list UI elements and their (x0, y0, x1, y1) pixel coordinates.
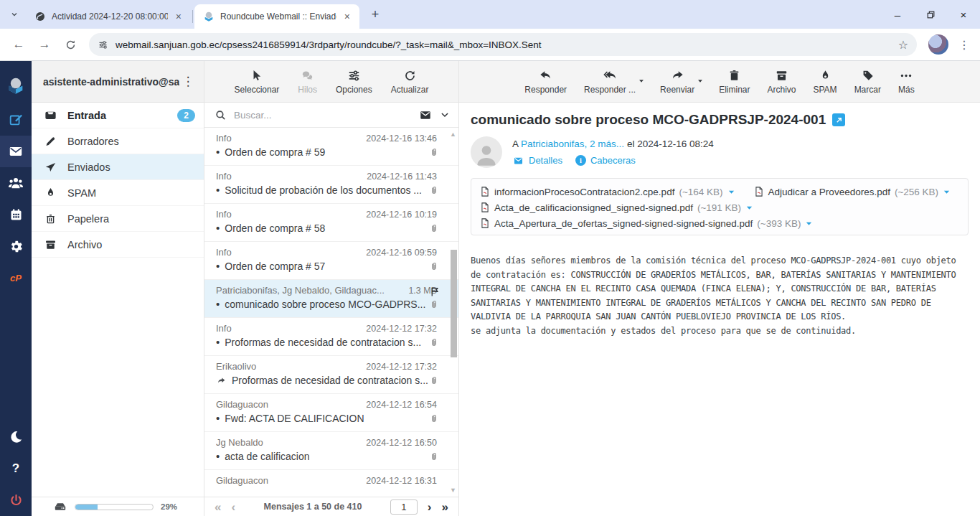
threads-button[interactable]: Hilos (298, 69, 317, 95)
search-scope-mail-icon[interactable] (418, 109, 433, 121)
reply-icon (538, 69, 553, 83)
archive-button[interactable]: Archivo (767, 69, 796, 95)
message-row-line2: • Fwd: ACTA DE CALIFICACION (216, 413, 437, 424)
scroll-down-icon[interactable]: ▼ (450, 487, 456, 494)
sidebar-item-borradores[interactable]: Borradores (32, 128, 204, 154)
browser-tab-activity[interactable]: Actividad 2024-12-20 08:00:00 × (26, 4, 191, 29)
flame-icon (44, 187, 57, 200)
contacts-nav-button[interactable] (0, 167, 32, 199)
mail-nav-button[interactable] (0, 136, 32, 167)
pointer-icon (250, 69, 263, 83)
attachment-item[interactable]: informacionProcesoContratacion2.cpe.pdf … (480, 186, 735, 197)
dropdown-caret-icon[interactable] (638, 78, 645, 85)
message-row[interactable]: Jg Nebaldo 2024-12-12 16:50 • acta de ca… (204, 432, 458, 470)
dark-mode-button[interactable] (0, 421, 32, 453)
calendar-nav-button[interactable] (0, 199, 32, 230)
open-in-new-window-button[interactable] (832, 113, 845, 126)
forward-button[interactable]: → (33, 33, 56, 56)
restore-button[interactable] (914, 0, 947, 29)
details-toggle[interactable]: Detalles (512, 155, 562, 166)
settings-nav-button[interactable] (0, 230, 32, 262)
attachment-name[interactable]: Acta_Apertura_de_ofertas_signed-signed-s… (494, 218, 753, 229)
browser-tab-roundcube[interactable]: Roundcube Webmail :: Enviados × (194, 4, 359, 29)
message-row[interactable]: Patriciabonifas, Jg Nebaldo, Gildaguac..… (204, 280, 458, 318)
attachment-item[interactable]: Acta_de_calificacionsigned_signed-signed… (480, 202, 753, 213)
tab-close-icon[interactable]: × (174, 11, 184, 22)
delete-button[interactable]: Eliminar (719, 69, 750, 95)
bookmark-star-icon[interactable]: ☆ (898, 38, 908, 52)
minimize-button[interactable]: – (881, 0, 914, 29)
app-sidebar: cP ? (0, 61, 32, 516)
search-options-chevron-icon[interactable] (440, 110, 450, 120)
attachment-name[interactable]: informacionProcesoContratacion2.cpe.pdf (494, 187, 674, 197)
attachment-item[interactable]: Adjudicar a Proveedores.pdf (~256 KB) (754, 186, 951, 197)
sidebar-item-entrada[interactable]: Entrada 2 (32, 103, 204, 128)
flag-icon[interactable] (429, 286, 441, 298)
options-button[interactable]: Opciones (336, 69, 372, 95)
new-tab-button[interactable]: + (365, 4, 385, 24)
message-from: Patriciabonifas, Jg Nebaldo, Gildaguac..… (216, 285, 404, 296)
message-row[interactable]: Info 2024-12-16 09:59 • Orden de compra … (204, 242, 458, 280)
list-scrollbar-thumb[interactable] (451, 250, 457, 357)
scroll-up-icon[interactable]: ▲ (450, 131, 456, 138)
help-button[interactable]: ? (0, 453, 32, 484)
first-page-button[interactable]: « (215, 501, 221, 513)
attachment-menu-caret-icon[interactable] (727, 188, 735, 196)
address-bar[interactable]: webmail.sanjuan.gob.ec/cpsess2416859914/… (89, 33, 917, 56)
message-row[interactable]: Info 2024-12-16 11:43 • Solicitud de pro… (204, 166, 458, 204)
attachment-item[interactable]: Acta_Apertura_de_ofertas_signed-signed-s… (480, 217, 813, 229)
page-number-input[interactable] (390, 499, 418, 515)
sidebar-item-papelera[interactable]: Papelera (32, 206, 204, 232)
message-row[interactable]: Erikaolivo 2024-12-12 17:32 • Proformas … (204, 356, 458, 394)
last-page-button[interactable]: » (442, 501, 448, 513)
mark-button[interactable]: Marcar (854, 69, 881, 95)
browser-menu-icon[interactable]: ⋮ (956, 38, 973, 52)
more-button[interactable]: Más (898, 69, 915, 95)
sidebar-item-spam[interactable]: SPAM (32, 180, 204, 206)
message-subject: Proformas de necesidad de contratacion s… (232, 375, 437, 386)
attachment-name[interactable]: Adjudicar a Proveedores.pdf (768, 187, 890, 197)
tab-search-button[interactable] (4, 4, 24, 24)
prev-page-button[interactable]: ‹ (231, 501, 235, 513)
logout-button[interactable] (0, 484, 32, 516)
refresh-button[interactable]: Actualizar (391, 69, 429, 95)
headers-toggle[interactable]: i Cabeceras (575, 155, 636, 166)
attachment-menu-caret-icon[interactable] (805, 220, 813, 227)
cpanel-link[interactable]: cP (0, 262, 32, 294)
sidebar-item-enviados[interactable]: Enviados (32, 154, 204, 180)
reply-all-button[interactable]: Responder ... (584, 69, 636, 95)
attachment-menu-caret-icon[interactable] (943, 188, 951, 196)
select-button[interactable]: Seleccionar (235, 69, 280, 95)
dropdown-caret-icon[interactable] (697, 78, 704, 85)
recipient-link[interactable]: Patriciabonifas, (521, 139, 587, 149)
back-button[interactable]: ← (7, 33, 30, 56)
tab-close-icon[interactable]: × (342, 11, 352, 22)
search-input[interactable] (234, 110, 411, 121)
message-row[interactable]: Info 2024-12-16 10:19 • Orden de compra … (204, 204, 458, 242)
reply-button[interactable]: Responder (524, 69, 567, 95)
close-window-button[interactable]: × (947, 0, 980, 29)
message-row[interactable]: Gildaguacon 2024-12-12 16:54 • Fwd: ACTA… (204, 394, 458, 432)
message-row[interactable]: Info 2024-12-16 13:46 • Orden de compra … (204, 128, 458, 166)
inbox-icon (44, 108, 57, 122)
pdf-file-icon (754, 186, 764, 197)
profile-avatar[interactable] (928, 34, 948, 55)
folder-label: Borradores (67, 136, 195, 147)
unread-dot-icon: • (216, 149, 220, 156)
next-page-button[interactable]: › (428, 501, 432, 513)
spam-button[interactable]: SPAM (814, 69, 837, 95)
compose-button[interactable] (0, 104, 32, 136)
forward-button[interactable]: Reenviar (660, 69, 694, 95)
message-row[interactable]: Info 2024-12-12 17:32 • Proformas de nec… (204, 318, 458, 356)
tab-title: Actividad 2024-12-20 08:00:00 (52, 11, 168, 22)
reload-button[interactable] (59, 33, 82, 56)
attachment-name[interactable]: Acta_de_calificacionsigned_signed-signed… (494, 202, 693, 213)
folder-label: Enviados (67, 161, 195, 173)
pencil-icon (44, 135, 57, 148)
attachment-menu-caret-icon[interactable] (745, 204, 753, 212)
message-row[interactable]: Gildaguacon 2024-12-12 16:31 • (204, 470, 458, 497)
chat-bubbles-icon (300, 69, 315, 83)
more-recipients-link[interactable]: 2 más... (590, 139, 624, 149)
sidebar-item-archivo[interactable]: Archivo (32, 232, 204, 258)
account-menu-icon[interactable]: ⋮ (179, 74, 197, 89)
